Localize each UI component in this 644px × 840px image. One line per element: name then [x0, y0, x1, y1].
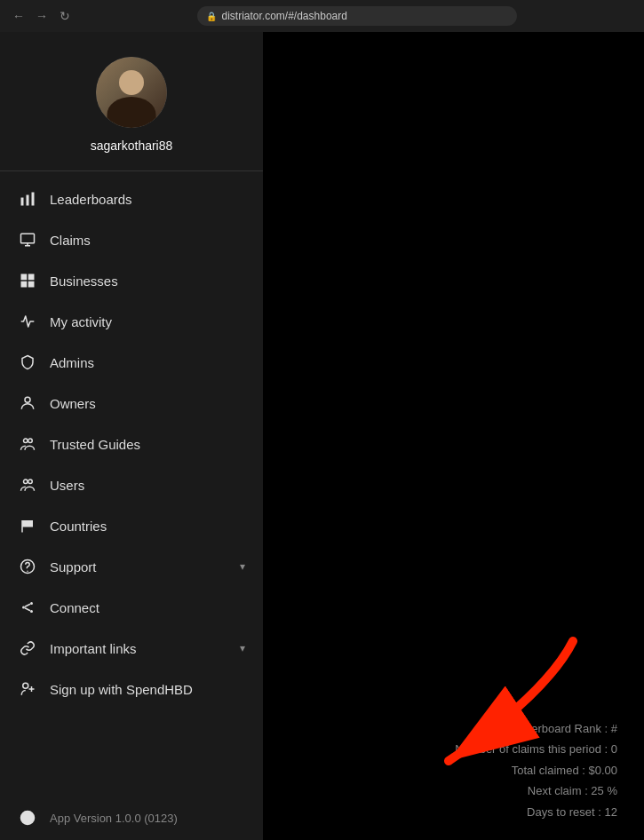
nav-list: Leaderboards Claims Businesses My activi… — [0, 171, 263, 796]
connect-icon — [18, 598, 37, 617]
back-button[interactable]: ← — [11, 8, 27, 24]
svg-point-10 — [25, 397, 30, 402]
sidebar-item-trusted-guides[interactable]: Trusted Guides — [0, 424, 263, 464]
question-icon — [18, 557, 37, 576]
sidebar-item-countries[interactable]: Countries — [0, 505, 263, 546]
next-claim: Next claim : 25 % — [455, 781, 617, 801]
svg-rect-3 — [21, 234, 35, 243]
profile-section: sagarkothari88 — [0, 32, 263, 171]
countries-label: Countries — [50, 519, 245, 534]
stats-panel: Leaderboard Rank : # Number of claims th… — [455, 718, 617, 822]
svg-rect-2 — [32, 193, 35, 206]
svg-point-12 — [28, 439, 33, 443]
svg-point-14 — [28, 479, 33, 484]
businesses-label: Businesses — [50, 273, 245, 289]
support-label: Support — [50, 559, 227, 575]
avatar-image — [96, 57, 167, 128]
svg-point-17 — [27, 571, 28, 573]
svg-line-21 — [25, 604, 30, 606]
forward-button[interactable]: → — [34, 8, 50, 24]
svg-line-22 — [25, 608, 30, 611]
leaderboard-rank: Leaderboard Rank : # — [455, 718, 617, 739]
info-icon — [18, 808, 37, 828]
svg-rect-1 — [27, 195, 29, 206]
lock-icon: 🔒 — [206, 12, 217, 21]
svg-point-13 — [24, 479, 28, 484]
important-links-chevron: ▾ — [240, 642, 245, 654]
sidebar-item-support[interactable]: Support ▾ — [0, 546, 263, 587]
sidebar-item-owners[interactable]: Owners — [0, 383, 263, 424]
svg-rect-0 — [21, 198, 24, 206]
activity-icon — [18, 312, 37, 331]
sidebar-item-important-links[interactable]: Important links ▾ — [0, 628, 263, 669]
browser-chrome: ← → ↻ 🔒 distriator.com/#/dashboard — [0, 0, 644, 32]
days-reset: Days to reset : 12 — [455, 802, 617, 822]
app-version-bar: App Version 1.0.0 (0123) — [0, 796, 263, 840]
sidebar-item-admins[interactable]: Admins — [0, 342, 263, 383]
important-links-label: Important links — [50, 641, 227, 656]
shield-icon — [18, 353, 37, 372]
total-claimed: Total claimed : $0.00 — [455, 760, 617, 781]
url-text: distriator.com/#/dashboard — [222, 10, 347, 22]
claims-label: Claims — [50, 233, 245, 248]
connect-label: Connect — [50, 600, 245, 615]
monitor-icon — [18, 230, 37, 250]
person-icon — [18, 393, 37, 413]
trusted-guides-icon — [18, 434, 37, 454]
app-version-text: App Version 1.0.0 (0123) — [50, 812, 178, 825]
link-icon — [18, 638, 37, 658]
person-add-icon — [18, 679, 37, 699]
svg-point-19 — [30, 602, 33, 605]
svg-point-11 — [24, 439, 28, 443]
address-bar[interactable]: 🔒 distriator.com/#/dashboard — [197, 6, 517, 26]
bar-chart-icon — [18, 189, 37, 209]
support-chevron: ▾ — [240, 560, 245, 573]
sidebar-item-connect[interactable]: Connect — [0, 587, 263, 628]
grid-icon — [18, 271, 37, 290]
sidebar: sagarkothari88 Leaderboards Claims — [0, 32, 263, 840]
svg-point-23 — [23, 683, 28, 688]
svg-point-20 — [30, 610, 33, 613]
signup-spendhbd-label: Sign up with SpendHBD — [50, 682, 245, 697]
main-content: Leaderboard Rank : # Number of claims th… — [263, 32, 644, 840]
users-label: Users — [50, 478, 245, 493]
svg-rect-8 — [21, 281, 28, 288]
app-container: sagarkothari88 Leaderboards Claims — [0, 32, 644, 840]
trusted-guides-label: Trusted Guides — [50, 437, 245, 452]
svg-rect-6 — [21, 274, 28, 281]
flag-icon — [18, 516, 37, 535]
sidebar-item-users[interactable]: Users — [0, 464, 263, 505]
sidebar-item-leaderboards[interactable]: Leaderboards — [0, 178, 263, 219]
my-activity-label: My activity — [50, 314, 245, 329]
username: sagarkothari88 — [91, 139, 173, 153]
users-icon — [18, 475, 37, 495]
owners-label: Owners — [50, 396, 245, 411]
svg-rect-9 — [28, 281, 35, 288]
sidebar-item-signup-spendhbd[interactable]: Sign up with SpendHBD — [0, 669, 263, 709]
svg-point-18 — [22, 606, 25, 609]
sidebar-item-my-activity[interactable]: My activity — [0, 301, 263, 342]
avatar — [96, 57, 167, 128]
leaderboards-label: Leaderboards — [50, 192, 245, 207]
sidebar-item-businesses[interactable]: Businesses — [0, 260, 263, 301]
refresh-button[interactable]: ↻ — [57, 8, 73, 24]
admins-label: Admins — [50, 355, 245, 370]
claims-period: Number of claims this period : 0 — [455, 739, 617, 759]
svg-rect-7 — [28, 274, 35, 281]
sidebar-item-claims[interactable]: Claims — [0, 219, 263, 260]
